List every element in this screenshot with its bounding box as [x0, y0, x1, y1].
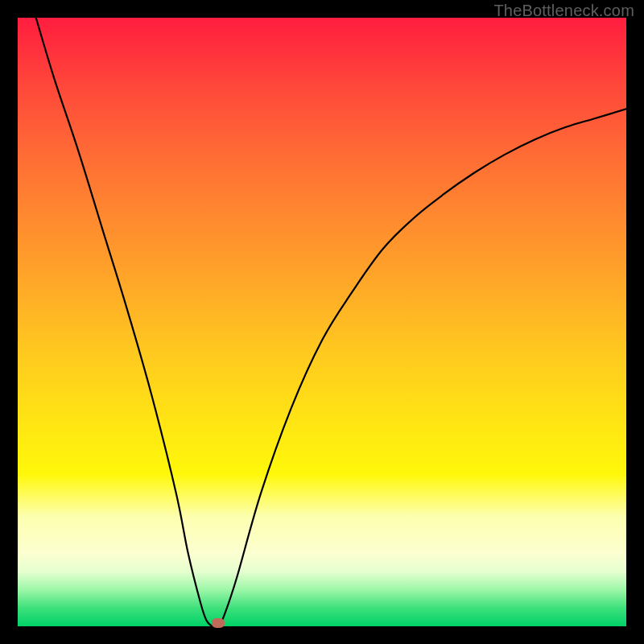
- plot-area: [18, 18, 626, 626]
- optimal-point-marker: [212, 618, 225, 628]
- bottleneck-curve: [18, 18, 626, 626]
- chart-frame: TheBottleneck.com: [0, 0, 644, 644]
